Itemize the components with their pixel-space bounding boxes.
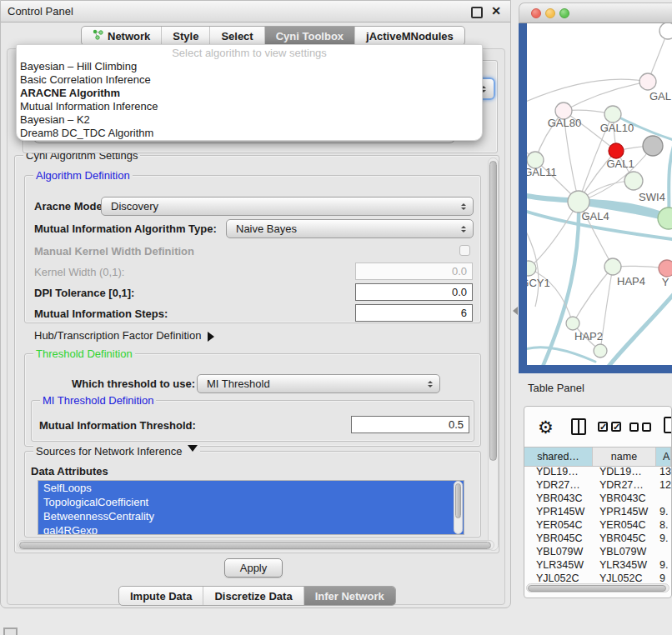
network-tab-icon xyxy=(93,29,103,42)
gear-icon[interactable]: ⚙ xyxy=(538,418,554,436)
algorithm-popup-item[interactable]: Bayesian – Hill Climbing xyxy=(17,60,482,73)
dpi-tolerance-field[interactable]: 0.0 xyxy=(355,283,473,301)
node-label: GAL xyxy=(649,90,671,102)
attributes-scrollbar-thumb[interactable] xyxy=(455,483,461,518)
node-hap2[interactable] xyxy=(566,317,579,330)
network-window-titlebar[interactable] xyxy=(519,2,672,23)
table-horizontal-scrollbar[interactable] xyxy=(526,583,669,592)
bottom-tab-discretize-data[interactable]: Discretize Data xyxy=(203,587,303,605)
split-columns-icon[interactable] xyxy=(571,418,586,435)
data-attribute-item[interactable]: BetweennessCentrality xyxy=(38,509,464,523)
settings-scrollbar-thumb[interactable] xyxy=(489,161,497,461)
node-hap4[interactable] xyxy=(604,258,621,275)
table-scrollbar-thumb[interactable] xyxy=(528,585,666,592)
zoom-traffic-light-icon[interactable] xyxy=(559,8,569,18)
table-panel-title: Table Panel xyxy=(528,382,584,394)
sources-group-title[interactable]: Sources for Network Inference xyxy=(33,445,200,458)
float-window-icon[interactable] xyxy=(471,7,483,18)
node[interactable] xyxy=(643,136,663,156)
data-attribute-item[interactable]: TopologicalCoefficient xyxy=(38,495,464,509)
node[interactable] xyxy=(659,23,672,39)
mi-algorithm-type-combo[interactable]: Naive Bayes xyxy=(226,219,474,238)
algorithm-popup-item[interactable]: Bayesian – K2 xyxy=(17,113,482,127)
algorithm-definition-title: Algorithm Definition xyxy=(33,169,133,182)
close-icon[interactable]: ✕ xyxy=(491,1,501,22)
mi-threshold-value: 0.5 xyxy=(449,418,464,431)
node[interactable] xyxy=(658,208,672,229)
table-row[interactable]: YER054CYER054C8. xyxy=(524,518,671,532)
table-cell: YBR043C xyxy=(524,492,593,504)
aracne-mode-combo[interactable]: Discovery xyxy=(101,197,474,216)
table-cell: 9. xyxy=(656,532,671,544)
table-row[interactable]: YLR345WYLR345W9. xyxy=(524,558,671,572)
node-label: GAL4 xyxy=(581,210,609,222)
algorithm-popup-item[interactable]: Dream8 DC_TDC Algorithm xyxy=(17,127,482,140)
unchecked-checkbox-icon[interactable] xyxy=(629,422,639,432)
data-attribute-item[interactable]: SelfLoops xyxy=(38,481,464,495)
table-row[interactable]: YPR145WYPR145W9. xyxy=(524,505,671,518)
column-header-a[interactable]: A xyxy=(656,448,671,466)
table-row[interactable]: YBR043CYBR043C xyxy=(524,492,671,505)
tab-network[interactable]: Network xyxy=(82,27,161,45)
settings-horizontal-scrollbar[interactable] xyxy=(18,540,494,550)
table-cell: YDR27… xyxy=(593,479,656,491)
node-label: HAP4 xyxy=(617,275,645,288)
column-header-name[interactable]: name xyxy=(593,448,656,466)
table-cell: YBR045C xyxy=(593,532,656,544)
table-cell: 9. xyxy=(656,506,671,518)
node-gal[interactable] xyxy=(639,73,656,90)
tab-cyni-toolbox[interactable]: Cyni Toolbox xyxy=(264,27,354,45)
manual-kernel-width-label: Manual Kernel Width Definition xyxy=(34,245,194,258)
node[interactable] xyxy=(594,344,607,358)
bottom-tab-impute-data[interactable]: Impute Data xyxy=(119,587,203,605)
manual-kernel-width-checkbox[interactable] xyxy=(459,245,470,256)
tab-style[interactable]: Style xyxy=(161,27,209,45)
bottom-tab-infer-network[interactable]: Infer Network xyxy=(303,587,395,605)
table-row[interactable]: YBL079WYBL079W xyxy=(524,545,671,558)
algorithm-popup-item[interactable]: Mutual Information Inference xyxy=(17,100,482,113)
control-panel-titlebar: Control Panel ✕ xyxy=(1,1,510,22)
attributes-list-scrollbar[interactable] xyxy=(454,481,463,534)
algorithm-popup-item[interactable]: ARACNE Algorithm xyxy=(17,87,482,100)
floating-window-icon[interactable] xyxy=(3,628,18,635)
mi-steps-label: Mutual Information Steps: xyxy=(34,308,168,320)
apply-button[interactable]: Apply xyxy=(224,558,283,578)
column-header-shared[interactable]: shared… xyxy=(524,448,593,466)
close-traffic-light-icon[interactable] xyxy=(531,8,541,18)
data-attributes-list[interactable]: SelfLoopsTopologicalCoefficientBetweenne… xyxy=(38,480,464,535)
data-attributes-label: Data Attributes xyxy=(31,465,108,478)
document-icon[interactable] xyxy=(664,417,672,433)
data-attribute-item[interactable]: gal4RGexp xyxy=(38,523,464,535)
network-view-focus-border: GALGAL80GAL10GAL1GAL11SWI4GAL4GCY1HAP4YH… xyxy=(519,23,672,373)
checked-checkbox-icon[interactable]: ✓ xyxy=(611,422,621,432)
kernel-width-label: Kernel Width (0,1): xyxy=(34,266,124,278)
node-gal1[interactable] xyxy=(609,143,624,158)
table-row[interactable]: YDL19…YDL19…13 xyxy=(524,465,671,478)
table-cell: YER054C xyxy=(593,519,656,531)
kernel-width-field[interactable]: 0.0 xyxy=(355,262,473,280)
horizontal-scrollbar-thumb[interactable] xyxy=(19,542,491,549)
aracne-mode-label: Aracne Mode: xyxy=(34,200,106,212)
checked-checkbox-icon[interactable]: ✓ xyxy=(598,422,608,432)
table-row[interactable]: YDR27…YDR27…12 xyxy=(524,478,671,492)
network-canvas[interactable]: GALGAL80GAL10GAL1GAL11SWI4GAL4GCY1HAP4YH… xyxy=(527,23,672,365)
unchecked-checkbox-icon[interactable] xyxy=(642,422,651,432)
tab-jactivemnodules[interactable]: jActiveMNodules xyxy=(354,27,464,45)
mi-threshold-field[interactable]: 0.5 xyxy=(351,416,469,433)
mi-steps-field[interactable]: 6 xyxy=(355,304,473,322)
algorithm-popup-item[interactable]: Basic Correlation Inference xyxy=(17,73,482,87)
hub-definition-label[interactable]: Hub/Transcription Factor Definition xyxy=(34,329,219,342)
node-gal10[interactable] xyxy=(604,106,621,122)
dpi-tolerance-value: 0.0 xyxy=(452,286,467,298)
node-y[interactable] xyxy=(659,260,672,277)
panel-divider-handle[interactable] xyxy=(509,307,518,315)
node-swi4[interactable] xyxy=(624,172,643,190)
table-row[interactable]: YBR045CYBR045C9. xyxy=(524,532,671,545)
settings-vertical-scrollbar[interactable] xyxy=(488,158,499,551)
tab-select[interactable]: Select xyxy=(209,27,263,45)
which-threshold-combo[interactable]: MI Threshold xyxy=(197,374,440,393)
mi-threshold-label: Mutual Information Threshold: xyxy=(39,419,196,432)
node-label: GAL80 xyxy=(548,117,581,129)
minimize-traffic-light-icon[interactable] xyxy=(545,8,555,18)
table-cell: YER054C xyxy=(524,519,593,531)
